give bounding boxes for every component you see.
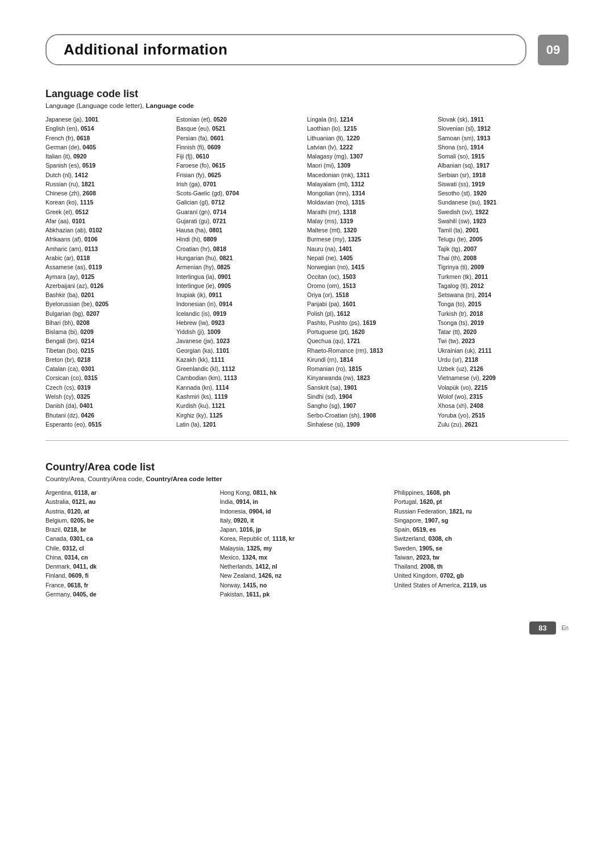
list-item: Twi (tw), 2023: [438, 336, 563, 345]
country-col-2: Philippines, 1608, phPortugal, 1620, ptR…: [394, 488, 569, 599]
list-item: Finland, 0609, fi: [45, 571, 214, 580]
list-item: Burmese (my), 1325: [307, 235, 432, 244]
list-item: German (de), 0405: [45, 143, 171, 152]
list-item: Albanian (sq), 1917: [438, 161, 563, 170]
list-item: Interlingua (ia), 0901: [176, 272, 301, 281]
list-item: Portuguese (pt), 1620: [307, 327, 432, 336]
page-number-bottom: 83: [529, 621, 555, 635]
list-item: Latin (la), 1201: [176, 420, 301, 429]
page-number: 09: [538, 35, 569, 65]
list-item: Thailand, 2008, th: [394, 562, 563, 571]
list-item: Byelorussian (be), 0205: [45, 299, 171, 308]
list-item: Indonesian (in), 0914: [176, 299, 301, 308]
list-item: China, 0314, cn: [45, 553, 214, 562]
list-item: Oriya (or), 1518: [307, 290, 432, 299]
language-col-3: Slovak (sk), 1911Slovenian (sl), 1912Sam…: [438, 115, 569, 429]
list-item: Tatar (tt), 2020: [438, 327, 563, 336]
list-item: Germany, 0405, de: [45, 590, 214, 599]
list-item: Latvian (lv), 1222: [307, 143, 432, 152]
list-item: Oromo (om), 1513: [307, 281, 432, 290]
language-col-2: Lingala (ln), 1214Laothian (lo), 1215Lit…: [307, 115, 438, 429]
list-item: Macedonian (mk), 1311: [307, 170, 432, 180]
list-item: Scots-Gaelic (gd), 0704: [176, 189, 301, 198]
list-item: Bulgarian (bg), 0207: [45, 309, 171, 318]
list-item: Romanian (ro), 1815: [307, 364, 432, 373]
list-item: Spanish (es), 0519: [45, 161, 171, 170]
list-item: Sangho (sg), 1907: [307, 401, 432, 410]
list-item: Afar (aa), 0101: [45, 216, 171, 226]
list-item: Serbo-Croatian (sh), 1908: [307, 411, 432, 420]
list-item: Sesotho (st), 1920: [438, 189, 563, 198]
list-item: Austria, 0120, at: [45, 507, 214, 516]
list-item: Bengali (bn), 0214: [45, 336, 171, 345]
list-item: Tajik (tg), 2007: [438, 244, 563, 253]
list-item: Brazil, 0218, br: [45, 525, 214, 534]
section-title-bar: Additional information: [45, 34, 526, 65]
list-item: Malaysia, 1325, my: [220, 544, 389, 553]
list-item: Chile, 0312, cl: [45, 544, 214, 553]
lang-note: En: [562, 625, 569, 631]
list-item: Marathi (mr), 1318: [307, 207, 432, 216]
language-col-0: Japanese (ja), 1001English (en), 0514Fre…: [45, 115, 176, 429]
list-item: Maori (mi), 1309: [307, 161, 432, 170]
list-item: Swedish (sv), 1922: [438, 207, 563, 216]
list-item: Irish (ga), 0701: [176, 180, 301, 189]
list-item: Tigrinya (ti), 2009: [438, 262, 563, 272]
list-item: Frisian (fy), 0625: [176, 170, 301, 180]
list-item: Denmark, 0411, dk: [45, 562, 214, 571]
list-item: Zulu (zu), 2621: [438, 420, 563, 429]
list-item: Turkmen (tk), 2011: [438, 272, 563, 281]
list-item: Australia, 0121, au: [45, 497, 214, 506]
language-columns: Japanese (ja), 1001English (en), 0514Fre…: [45, 115, 569, 429]
list-item: Hebrew (iw), 0923: [176, 318, 301, 327]
list-item: Indonesia, 0904, id: [220, 507, 389, 516]
country-section-subheading: Country/Area, Country/Area code, Country…: [45, 475, 569, 482]
list-item: Kazakh (kk), 1111: [176, 355, 301, 364]
list-item: Malay (ms), 1319: [307, 216, 432, 226]
list-item: Dutch (nl), 1412: [45, 170, 171, 180]
list-item: Breton (br), 0218: [45, 355, 171, 364]
list-item: Spain, 0519, es: [394, 525, 563, 534]
list-item: Belgium, 0205, be: [45, 516, 214, 525]
list-item: Slovenian (sl), 1912: [438, 124, 563, 133]
country-columns: Argentina, 0118, arAustralia, 0121, auAu…: [45, 488, 569, 599]
language-section-heading: Language code list: [45, 88, 569, 100]
list-item: Armenian (hy), 0825: [176, 262, 301, 272]
list-item: Thai (th), 2008: [438, 253, 563, 262]
list-item: Gujarati (gu), 0721: [176, 216, 301, 226]
list-item: Shona (sn), 1914: [438, 143, 563, 152]
list-item: Welsh (cy), 0325: [45, 392, 171, 401]
list-item: Canada, 0301, ca: [45, 534, 214, 543]
list-item: Aymara (ay), 0125: [45, 272, 171, 281]
list-item: Persian (fa), 0601: [176, 133, 301, 143]
list-item: Galician (gl), 0712: [176, 198, 301, 207]
list-item: Swahili (sw), 1923: [438, 216, 563, 226]
list-item: Malagasy (mg), 1307: [307, 152, 432, 161]
list-item: Corsican (co), 0315: [45, 373, 171, 382]
list-item: Tamil (ta), 2001: [438, 226, 563, 235]
list-item: Hungarian (hu), 0821: [176, 253, 301, 262]
country-col-0: Argentina, 0118, arAustralia, 0121, auAu…: [45, 488, 220, 599]
list-item: Chinese (zh), 2608: [45, 189, 171, 198]
language-section: Language code list Language (Language co…: [45, 88, 569, 429]
list-item: Bislama (bi), 0209: [45, 327, 171, 336]
list-item: Georgian (ka), 1101: [176, 346, 301, 355]
list-item: Hindi (hi), 0809: [176, 235, 301, 244]
page-header: Additional information 09: [45, 34, 569, 65]
list-item: Laothian (lo), 1215: [307, 124, 432, 133]
list-item: Faroese (fo), 0615: [176, 161, 301, 170]
list-item: Kinyarwanda (rw), 1823: [307, 373, 432, 382]
list-item: Lithuanian (lt), 1220: [307, 133, 432, 143]
list-item: Sweden, 1905, se: [394, 544, 563, 553]
list-item: Japanese (ja), 1001: [45, 115, 171, 124]
list-item: Bashkir (ba), 0201: [45, 290, 171, 299]
list-item: Croatian (hr), 0818: [176, 244, 301, 253]
list-item: France, 0618, fr: [45, 581, 214, 590]
list-item: Nepali (ne), 1405: [307, 253, 432, 262]
language-col-1: Estonian (et), 0520Basque (eu), 0521Pers…: [176, 115, 307, 429]
country-col-1: Hong Kong, 0811, hkIndia, 0914, inIndone…: [220, 488, 395, 599]
list-item: Russian (ru), 1821: [45, 180, 171, 189]
list-item: Pashto, Pushto (ps), 1619: [307, 318, 432, 327]
list-item: Bhutani (dz), 0426: [45, 411, 171, 420]
list-item: Amharic (am), 0113: [45, 244, 171, 253]
